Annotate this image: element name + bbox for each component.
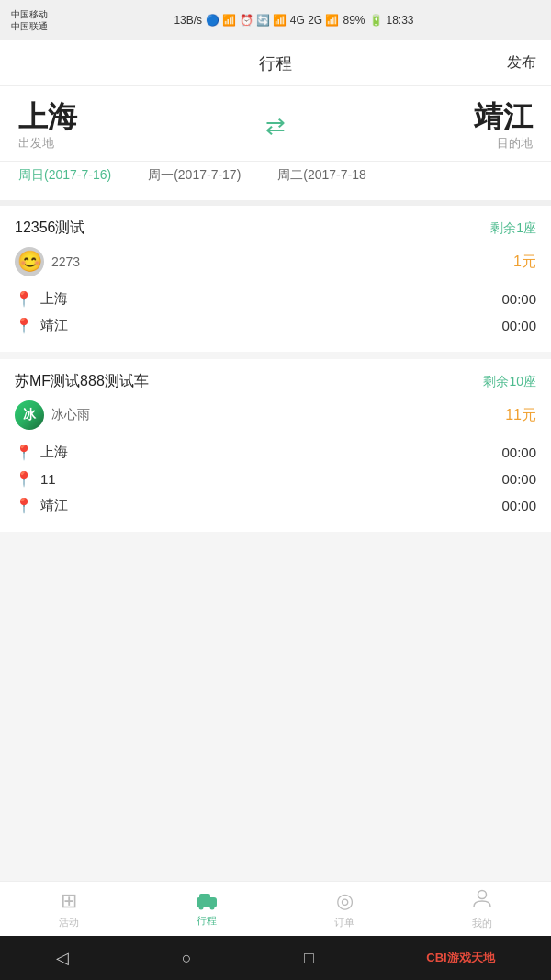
- nav-label-trip: 行程: [197, 914, 217, 928]
- svg-point-3: [210, 905, 215, 909]
- stop-1-2: 📍 靖江 00:00: [15, 492, 536, 519]
- date-item-2[interactable]: 周二(2017-7-18: [259, 162, 385, 189]
- stop-name-1-0: 上海: [40, 444, 68, 461]
- destination-city-label: 目的地: [497, 135, 533, 152]
- trip-name-0: 12356测试: [15, 219, 85, 238]
- date-section: 周日(2017-7-16) 周一(2017-7-17) 周二(2017-7-18: [0, 162, 551, 206]
- date-item-0[interactable]: 周日(2017-7-16): [0, 162, 129, 189]
- route-section: 上海 出发地 ⇄ 靖江 目的地: [0, 86, 551, 162]
- status-bar: 中国移动 中国联通 13B/s 🔵 📶 ⏰ 🔄 📶 4G 2G 📶 89% 🔋 …: [0, 0, 551, 40]
- trip-price-1: 11元: [505, 406, 536, 425]
- nav-item-mine[interactable]: 我的: [413, 882, 551, 936]
- stop-name-1-1: 11: [40, 471, 56, 487]
- trip-seats-0: 剩余1座: [490, 220, 536, 237]
- nav-label-mine: 我的: [472, 917, 492, 930]
- android-nav: ◁ ○ □ CBI游戏天地: [0, 936, 551, 980]
- driver-row-1: 冰 冰心雨 11元: [15, 400, 536, 430]
- android-home[interactable]: ○: [182, 949, 192, 968]
- stop-1-1: 📍 11 00:00: [15, 466, 536, 492]
- destination-city-name: 靖江: [474, 101, 533, 133]
- pin-icon-1-2: 📍: [15, 497, 33, 514]
- stop-0-0: 📍 上海 00:00: [15, 286, 536, 312]
- android-logo: CBI游戏天地: [426, 950, 494, 966]
- svg-rect-1: [199, 894, 210, 899]
- trip-card-0[interactable]: 12356测试 剩余1座 😊 2273 1元 📍 上海 00:00 📍 靖江 0…: [0, 206, 551, 352]
- driver-avatar-0: 😊: [15, 247, 44, 276]
- activity-icon: ⊞: [61, 889, 77, 913]
- nav-item-order[interactable]: ◎ 订单: [276, 882, 413, 936]
- pin-icon-0-1: 📍: [15, 317, 33, 334]
- page-title: 行程: [259, 52, 292, 74]
- pin-icon-1-1: 📍: [15, 470, 33, 488]
- driver-name-0: 2273: [51, 254, 80, 269]
- stop-0-1: 📍 靖江 00:00: [15, 312, 536, 339]
- trip-name-1: 苏MF测试888测试车: [15, 372, 149, 391]
- stop-1-0: 📍 上海 00:00: [15, 439, 536, 466]
- stop-name-0-0: 上海: [40, 290, 68, 308]
- mine-icon: [472, 888, 492, 914]
- pin-icon-1-0: 📍: [15, 444, 33, 461]
- nav-item-activity[interactable]: ⊞ 活动: [0, 882, 138, 936]
- android-back[interactable]: ◁: [56, 948, 69, 968]
- origin-city-name: 上海: [18, 101, 77, 133]
- driver-avatar-1: 冰: [15, 400, 44, 430]
- trip-header-0: 12356测试 剩余1座: [15, 219, 536, 238]
- stop-name-0-1: 靖江: [40, 317, 68, 334]
- driver-info-1: 冰 冰心雨: [15, 400, 90, 430]
- driver-row-0: 😊 2273 1元: [15, 247, 536, 276]
- order-icon: ◎: [336, 889, 354, 913]
- android-recent[interactable]: □: [304, 949, 314, 968]
- stop-time-1-1: 00:00: [501, 471, 536, 487]
- date-item-1[interactable]: 周一(2017-7-17): [129, 162, 259, 189]
- swap-icon[interactable]: ⇄: [265, 112, 286, 141]
- publish-button[interactable]: 发布: [507, 53, 536, 73]
- origin-city[interactable]: 上海 出发地: [18, 101, 77, 152]
- pin-icon-0-0: 📍: [15, 290, 33, 308]
- origin-city-label: 出发地: [18, 135, 54, 152]
- trip-card-1[interactable]: 苏MF测试888测试车 剩余10座 冰 冰心雨 11元 📍 上海 00:00 📍…: [0, 359, 551, 532]
- nav-label-activity: 活动: [59, 916, 79, 929]
- carrier-info: 中国移动 中国联通: [11, 8, 48, 32]
- nav-item-trip[interactable]: 行程: [138, 882, 276, 936]
- app-header: 行程 发布: [0, 40, 551, 86]
- trip-header-1: 苏MF测试888测试车 剩余10座: [15, 372, 536, 391]
- nav-label-order: 订单: [334, 916, 354, 929]
- driver-info-0: 😊 2273: [15, 247, 80, 276]
- stop-time-0-0: 00:00: [501, 291, 536, 307]
- stop-time-0-1: 00:00: [501, 318, 536, 333]
- driver-name-1: 冰心雨: [51, 407, 90, 423]
- svg-point-4: [478, 890, 487, 898]
- stop-time-1-0: 00:00: [501, 445, 536, 460]
- stop-name-1-2: 靖江: [40, 497, 68, 514]
- svg-point-2: [199, 905, 204, 909]
- trip-seats-1: 剩余10座: [483, 374, 536, 390]
- trip-price-0: 1元: [513, 253, 536, 272]
- destination-city[interactable]: 靖江 目的地: [474, 101, 533, 152]
- trip-icon: [195, 891, 219, 911]
- status-center: 13B/s 🔵 📶 ⏰ 🔄 📶 4G 2G 📶 89% 🔋 18:33: [174, 14, 413, 27]
- bottom-nav: ⊞ 活动 行程 ◎ 订单 我的: [0, 881, 551, 936]
- stop-time-1-2: 00:00: [501, 498, 536, 513]
